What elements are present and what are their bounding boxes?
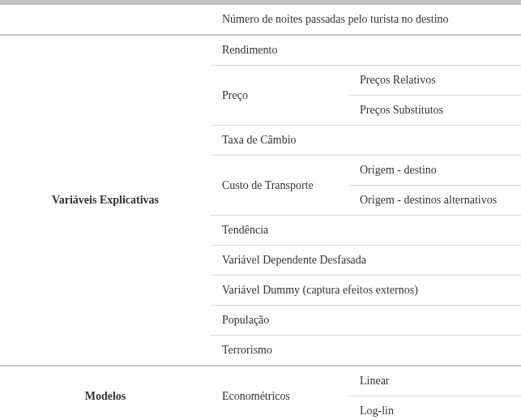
item-dummy: Variável Dummy (captura efeitos externos… <box>211 276 521 306</box>
dependent-label-cell <box>0 5 211 34</box>
preco-label: Preço <box>222 89 248 102</box>
econometricos-loglin: Log-lin <box>348 396 521 420</box>
terrorismo-text: Terrorismo <box>222 344 272 356</box>
preco-label-cell: Preço <box>211 66 348 125</box>
econometricos-label: Econométricos <box>222 390 290 403</box>
item-terrorismo: Terrorismo <box>211 336 521 365</box>
item-cambio: Taxa de Câmbio <box>211 126 521 156</box>
transporte-origem-destino: Origem - destino <box>348 156 521 186</box>
transporte-subitems: Origem - destino Origem - destinos alter… <box>348 156 521 215</box>
specification-table: Número de noites passadas pelo turista n… <box>0 0 521 420</box>
dependent-value: Número de noites passadas pelo turista n… <box>222 13 498 26</box>
preco-relativos: Preços Relativos <box>348 66 521 96</box>
cambio-text: Taxa de Câmbio <box>222 134 297 146</box>
item-populacao: População <box>211 306 521 336</box>
item-econometricos: Econométricos Linear Log-lin <box>211 366 521 420</box>
item-preco: Preço Preços Relativos Preços Substituto… <box>211 66 521 126</box>
item-transporte: Custo de Transporte Origem - destino Ori… <box>211 156 521 216</box>
loglin-text: Log-lin <box>360 405 394 417</box>
models-label: Modelos <box>85 390 126 403</box>
preco-substitutos-text: Preços Substitutos <box>360 104 443 116</box>
item-tendencia: Tendência <box>211 216 521 246</box>
desfasada-text: Variável Dependente Desfasada <box>222 254 366 266</box>
tendencia-text: Tendência <box>222 224 268 236</box>
explanatory-items: Rendimento Preço Preços Relativos Preços… <box>211 36 521 365</box>
preco-substitutos: Preços Substitutos <box>348 96 521 125</box>
models-section: Modelos Econométricos Linear Log-lin <box>0 366 521 420</box>
explanatory-label-cell: Variáveis Explicativas <box>0 36 211 365</box>
dependent-variable-row: Número de noites passadas pelo turista n… <box>0 5 521 36</box>
linear-text: Linear <box>360 375 390 387</box>
transporte-label-cell: Custo de Transporte <box>211 156 348 215</box>
populacao-text: População <box>222 314 269 326</box>
econometricos-linear: Linear <box>348 366 521 396</box>
transporte-origem-destino-text: Origem - destino <box>360 164 437 176</box>
preco-relativos-text: Preços Relativos <box>360 74 436 86</box>
transporte-origem-alternativos-text: Origem - destinos alternativos <box>360 194 497 206</box>
transporte-origem-alternativos: Origem - destinos alternativos <box>348 186 521 215</box>
explanatory-variables-section: Variáveis Explicativas Rendimento Preço … <box>0 36 521 366</box>
dependent-value-cell: Número de noites passadas pelo turista n… <box>211 5 521 34</box>
rendimento-text: Rendimento <box>222 44 277 56</box>
explanatory-label: Variáveis Explicativas <box>52 194 159 207</box>
econometricos-subitems: Linear Log-lin <box>348 366 521 420</box>
econometricos-label-cell: Econométricos <box>211 366 348 420</box>
dummy-text: Variável Dummy (captura efeitos externos… <box>222 284 418 296</box>
item-desfasada: Variável Dependente Desfasada <box>211 246 521 276</box>
item-rendimento: Rendimento <box>211 36 521 66</box>
transporte-label: Custo de Transporte <box>222 179 314 192</box>
preco-subitems: Preços Relativos Preços Substitutos <box>348 66 521 125</box>
models-label-cell: Modelos <box>0 366 211 420</box>
models-items: Econométricos Linear Log-lin <box>211 366 521 420</box>
